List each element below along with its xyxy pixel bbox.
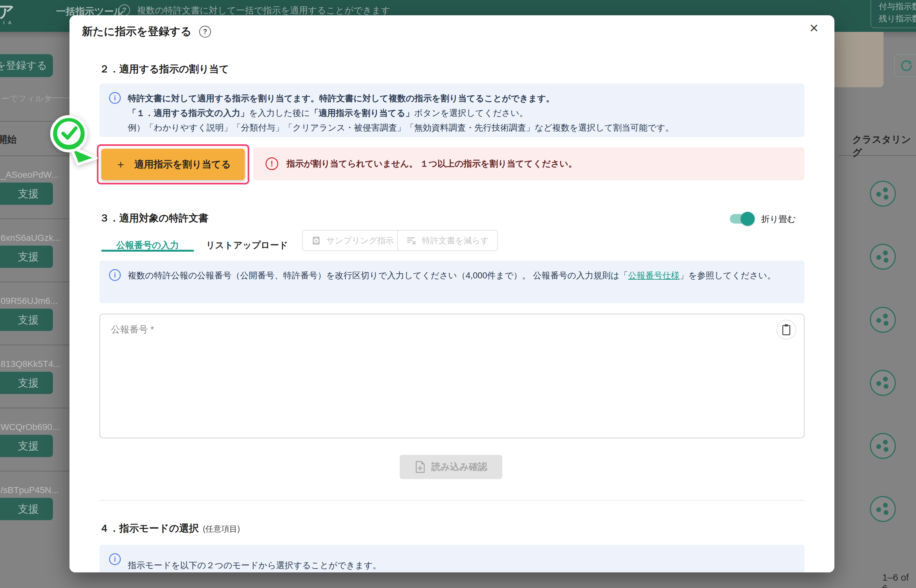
- section2-heading: ２．適用する指示の割り当て: [99, 63, 229, 76]
- error-icon: !: [265, 157, 278, 170]
- job-badge: 支援: [0, 246, 53, 268]
- job-id: 6xnS6aUGzk...: [1, 233, 69, 243]
- pagination-label: 1–6 of 6: [882, 572, 916, 588]
- register-instruction-button[interactable]: を登録する: [0, 54, 53, 77]
- tab-publication-number-input[interactable]: 公報番号の入力: [101, 236, 194, 255]
- info-icon: i: [109, 553, 121, 565]
- job-id: /sBTpuP45N...: [1, 485, 69, 495]
- list-remove-icon: [406, 236, 417, 246]
- job-id: WCQrOb690...: [1, 422, 69, 432]
- collapse-toggle-label: 折り畳む: [761, 213, 796, 225]
- column-header-start: 開始: [0, 133, 16, 146]
- info-line2-bold1: 「１．適用する指示文の入力」: [128, 108, 249, 118]
- info-after-link: 」を参照してください。: [680, 271, 776, 280]
- info-line2-bold2: 「適用指示を割り当てる」: [310, 108, 414, 118]
- divider: [0, 218, 70, 219]
- error-alert: ! 指示が割り当てられていません。 １つ以上の指示を割り当ててください。: [253, 147, 804, 180]
- background-form-panel: [832, 32, 884, 87]
- info-icon: i: [109, 92, 121, 104]
- assign-instruction-label: 適用指示を割り当てる: [134, 158, 231, 171]
- app-logo-subtext: I A: [3, 20, 13, 25]
- load-check-button[interactable]: 読み込み確認: [400, 455, 502, 479]
- section3-heading: ３．適用対象の特許文書: [99, 212, 209, 225]
- clipboard-icon: [781, 324, 791, 336]
- info-line2: 「１．適用する指示文の入力」を入力した後に「適用指示を割り当てる」ボタンを選択し…: [128, 106, 674, 120]
- publication-spec-link[interactable]: 公報番号仕様: [628, 271, 680, 280]
- reduce-documents-button[interactable]: 特許文書を減らす: [397, 230, 498, 251]
- modal-title: 新たに指示を登録する: [82, 24, 191, 39]
- publication-number-textarea[interactable]: [99, 314, 804, 438]
- info-before-link: 複数の特許公報の公報番号（公開番号、特許番号）を改行区切りで入力してください（4…: [128, 271, 628, 280]
- plus-icon: ＋: [115, 157, 126, 172]
- job-id: _ASoeoPdW...: [1, 170, 69, 180]
- divider: [99, 500, 804, 501]
- tab-list-upload[interactable]: リストアップロード: [204, 236, 290, 255]
- clustering-button[interactable]: [869, 433, 896, 459]
- toggle-thumb: [741, 212, 755, 226]
- stats-granted: 付与指示数: [879, 0, 916, 13]
- stats-remaining: 残り指示数:: [879, 13, 916, 24]
- clustering-button[interactable]: [869, 243, 896, 270]
- modal-title-row: 新たに指示を登録する ?: [82, 24, 211, 39]
- info-line2-regular1: を入力した後に: [249, 108, 310, 118]
- section4-heading-suffix: (任意項目): [203, 524, 240, 533]
- error-message: 指示が割り当てられていません。 １つ以上の指示を割り当ててください。: [286, 158, 577, 170]
- load-check-label: 読み込み確認: [431, 460, 487, 473]
- section2-info-text: 特許文書に対して適用する指示を割り当てます。特許文書に対して複数の指示を割り当て…: [128, 91, 674, 129]
- clustering-button[interactable]: [869, 307, 896, 333]
- close-icon[interactable]: ×: [809, 20, 819, 36]
- filter-legend: ーでフィルタ: [1, 93, 52, 104]
- instruction-stats-box: 付与指示数 残り指示数:: [871, 0, 916, 28]
- sampling-icon: [311, 236, 321, 246]
- info-icon: i: [109, 269, 121, 281]
- assign-instruction-button[interactable]: ＋ 適用指示を割り当てる: [101, 149, 245, 180]
- section4-heading: ４．指示モードの選択(任意項目): [99, 522, 240, 535]
- file-plus-icon: [415, 460, 426, 473]
- reduce-documents-label: 特許文書を減らす: [422, 235, 489, 246]
- modal-help-icon[interactable]: ?: [199, 26, 211, 37]
- section4-info-box: i 指示モードを以下の２つのモードから選択することができます。: [99, 545, 804, 572]
- screen: ア I A 一括指示ツール ? 複数の特許文書に対して一括で指示を適用することが…: [0, 0, 916, 588]
- register-instruction-modal: 新たに指示を登録する ? × ２．適用する指示の割り当て i 特許文書に対して適…: [70, 15, 834, 572]
- job-id: 09R56UJm6...: [1, 296, 69, 306]
- check-annotation-badge: [47, 113, 103, 167]
- job-badge: 支援: [0, 435, 53, 457]
- info-line1: 特許文書に対して適用する指示を割り当てます。特許文書に対して複数の指示を割り当て…: [128, 91, 674, 106]
- app-tooltip-text: 複数の特許文書に対して一括で指示を適用することができます: [137, 5, 390, 16]
- job-badge: 支援: [0, 309, 53, 331]
- clustering-button[interactable]: [869, 496, 896, 522]
- section3-info-text: 複数の特許公報の公報番号（公開番号、特許番号）を改行区切りで入力してください（4…: [128, 268, 776, 296]
- paste-from-clipboard-button[interactable]: [777, 320, 796, 339]
- active-tab-underline: [101, 250, 194, 252]
- job-badge: 支援: [0, 372, 53, 394]
- section2-info-box: i 特許文書に対して適用する指示を割り当てます。特許文書に対して複数の指示を割り…: [99, 84, 804, 137]
- sampling-instruction-button[interactable]: サンプリング指示: [302, 230, 403, 251]
- job-id: 813Q8Kk5T4...: [1, 359, 69, 369]
- clustering-button[interactable]: [869, 370, 896, 396]
- divider: [838, 155, 916, 156]
- divider: [0, 345, 70, 345]
- section4-heading-text: ４．指示モードの選択: [99, 523, 199, 534]
- sampling-instruction-label: サンプリング指示: [326, 235, 394, 246]
- job-badge: 支援: [0, 498, 53, 520]
- info-line3: 例）「わかりやすく説明」「分類付与」「クリアランス・被侵害調査」「無効資料調査・…: [128, 120, 674, 135]
- header-help-icon[interactable]: ?: [118, 5, 130, 16]
- collapse-toggle[interactable]: [730, 214, 753, 224]
- divider: [0, 281, 70, 282]
- section4-info-text: 指示モードを以下の２つのモードから選択することができます。: [128, 552, 381, 572]
- job-badge: 支援: [0, 183, 53, 205]
- highlight-annotation-border: ＋ 適用指示を割り当てる: [97, 144, 249, 184]
- clustering-button[interactable]: [869, 180, 896, 207]
- divider: [0, 408, 70, 408]
- info-line2-regular2: ボタンを選択してください。: [414, 108, 528, 118]
- section3-info-box: i 複数の特許公報の公報番号（公開番号、特許番号）を改行区切りで入力してください…: [99, 260, 804, 303]
- refresh-button[interactable]: [894, 54, 916, 77]
- refresh-icon: [900, 58, 913, 73]
- divider: [0, 471, 70, 472]
- filter-legend-line: [45, 97, 70, 98]
